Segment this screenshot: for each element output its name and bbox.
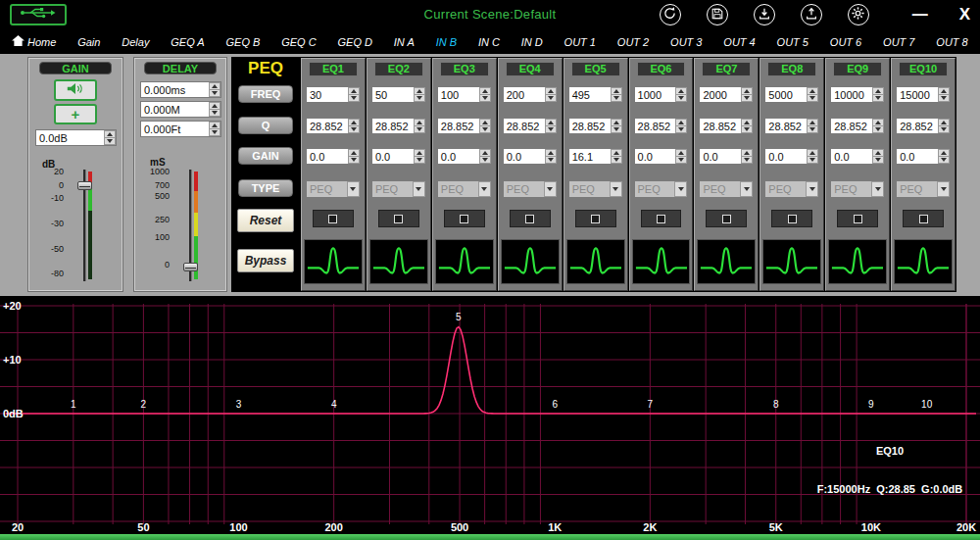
- band-type-dropdown[interactable]: PEQ: [634, 180, 689, 198]
- band-enable-checkbox[interactable]: [328, 215, 337, 223]
- band-q-value[interactable]: 28.852: [569, 119, 611, 133]
- band-freq-value[interactable]: 10000: [831, 87, 872, 102]
- spin-down-icon[interactable]: [209, 129, 220, 136]
- band-q-value[interactable]: 28.852: [372, 119, 414, 133]
- spin-down-icon[interactable]: [872, 157, 884, 164]
- band-freq-spinner[interactable]: 2000: [699, 86, 754, 103]
- band-gain-value[interactable]: 0.0: [372, 149, 414, 164]
- band-type-dropdown[interactable]: PEQ: [306, 180, 361, 198]
- spin-up-icon[interactable]: [209, 102, 220, 110]
- spin-down-icon[interactable]: [545, 126, 557, 133]
- band-freq-value[interactable]: 30: [307, 87, 348, 102]
- spin-down-icon[interactable]: [545, 157, 557, 164]
- band-curve-icon[interactable]: [697, 239, 756, 284]
- band-enable-checkbox[interactable]: [722, 215, 731, 223]
- gain-spinner[interactable]: 0.0dB: [35, 129, 117, 146]
- spin-down-icon[interactable]: [414, 95, 425, 102]
- band-gain-value[interactable]: 0.0: [504, 149, 545, 164]
- tab-in-b[interactable]: IN B: [436, 36, 457, 48]
- tab-geq-c[interactable]: GEQ C: [281, 36, 316, 48]
- band-type-dropdown[interactable]: PEQ: [764, 180, 819, 198]
- spin-up-icon[interactable]: [209, 82, 220, 90]
- band-q-spinner[interactable]: 28.852: [437, 118, 492, 134]
- q-row-button[interactable]: Q: [238, 117, 293, 134]
- band-enable-checkbox[interactable]: [919, 215, 928, 223]
- band-marker[interactable]: 6: [552, 399, 558, 410]
- band-freq-value[interactable]: 495: [569, 87, 611, 102]
- dropdown-arrow-icon[interactable]: [347, 181, 360, 197]
- spin-down-icon[interactable]: [872, 126, 884, 133]
- gain-row-button[interactable]: GAIN: [238, 147, 293, 165]
- spin-down-icon[interactable]: [938, 157, 950, 164]
- delay-fader-track[interactable]: [181, 170, 201, 281]
- phase-plus-button[interactable]: +: [54, 104, 97, 124]
- delay-m-value[interactable]: 0.000M: [141, 102, 209, 117]
- spin-up-icon[interactable]: [675, 119, 687, 126]
- band-curve-icon[interactable]: [762, 239, 821, 284]
- gain-fader-track[interactable]: [75, 170, 95, 281]
- tab-out-3[interactable]: OUT 3: [670, 36, 702, 48]
- band-marker[interactable]: 1: [71, 399, 76, 410]
- band-freq-spinner[interactable]: 200: [503, 86, 558, 103]
- spin-down-icon[interactable]: [675, 95, 687, 102]
- load-scene-button[interactable]: [754, 4, 775, 25]
- band-q-spinner[interactable]: 28.852: [503, 118, 558, 134]
- band-gain-spinner[interactable]: 0.0: [306, 148, 361, 165]
- band-enable-checkbox[interactable]: [460, 215, 468, 223]
- spin-down-icon[interactable]: [807, 126, 818, 133]
- band-gain-value[interactable]: 0.0: [635, 149, 676, 164]
- tab-out-7[interactable]: OUT 7: [883, 36, 914, 48]
- spin-down-icon[interactable]: [414, 126, 425, 133]
- spin-up-icon[interactable]: [479, 87, 491, 95]
- band-curve-icon[interactable]: [566, 239, 625, 284]
- band-type-dropdown[interactable]: PEQ: [568, 180, 623, 198]
- band-type-dropdown[interactable]: PEQ: [371, 180, 426, 198]
- band-marker[interactable]: 7: [648, 399, 654, 410]
- tab-out-4[interactable]: OUT 4: [723, 36, 755, 48]
- band-type-dropdown[interactable]: PEQ: [896, 180, 951, 198]
- gain-value[interactable]: 0.0dB: [36, 130, 104, 145]
- band-marker[interactable]: 2: [141, 399, 147, 410]
- band-q-spinner[interactable]: 28.852: [634, 118, 689, 134]
- save-scene-button[interactable]: [707, 4, 728, 25]
- band-marker[interactable]: 10: [921, 399, 933, 410]
- dropdown-arrow-icon[interactable]: [610, 181, 622, 197]
- spin-up-icon[interactable]: [938, 119, 950, 126]
- band-gain-value[interactable]: 0.0: [831, 149, 872, 164]
- spin-up-icon[interactable]: [807, 87, 818, 95]
- spin-up-icon[interactable]: [938, 87, 950, 95]
- band-q-value[interactable]: 28.852: [700, 119, 741, 133]
- band-freq-value[interactable]: 50: [372, 87, 414, 102]
- spin-up-icon[interactable]: [479, 119, 491, 126]
- spin-down-icon[interactable]: [414, 157, 425, 164]
- spin-down-icon[interactable]: [479, 157, 491, 164]
- band-q-value[interactable]: 28.852: [504, 119, 545, 133]
- band-enable-checkbox[interactable]: [788, 215, 797, 223]
- spin-up-icon[interactable]: [348, 119, 360, 126]
- band-q-value[interactable]: 28.852: [831, 119, 872, 133]
- tab-delay[interactable]: Delay: [122, 36, 149, 48]
- spin-up-icon[interactable]: [414, 149, 425, 157]
- spin-up-icon[interactable]: [872, 119, 884, 126]
- spin-down-icon[interactable]: [938, 95, 950, 102]
- band-q-value[interactable]: 28.852: [897, 119, 938, 133]
- band-q-spinner[interactable]: 28.852: [568, 118, 623, 134]
- tab-out-6[interactable]: OUT 6: [830, 36, 861, 48]
- spin-down-icon[interactable]: [611, 126, 622, 133]
- band-type-dropdown[interactable]: PEQ: [503, 180, 558, 198]
- tab-in-d[interactable]: IN D: [521, 36, 543, 48]
- spin-down-icon[interactable]: [938, 126, 950, 133]
- type-row-button[interactable]: TYPE: [238, 179, 293, 197]
- band-freq-spinner[interactable]: 100: [437, 86, 492, 103]
- band-gain-spinner[interactable]: 0.0: [634, 148, 689, 165]
- band-gain-spinner[interactable]: 0.0: [896, 148, 951, 165]
- band-freq-value[interactable]: 2000: [700, 87, 741, 102]
- spin-down-icon[interactable]: [741, 95, 753, 102]
- band-marker[interactable]: 4: [331, 399, 337, 410]
- response-graph[interactable]: 12345678910+20+100dB EQ10 F:15000Hz Q:28…: [0, 296, 980, 534]
- spin-up-icon[interactable]: [545, 119, 557, 126]
- store-scene-button[interactable]: [801, 4, 822, 25]
- delay-ft-spinner[interactable]: 0.000Ft: [140, 121, 221, 137]
- band-q-spinner[interactable]: 28.852: [699, 118, 754, 134]
- band-freq-spinner[interactable]: 5000: [764, 86, 819, 103]
